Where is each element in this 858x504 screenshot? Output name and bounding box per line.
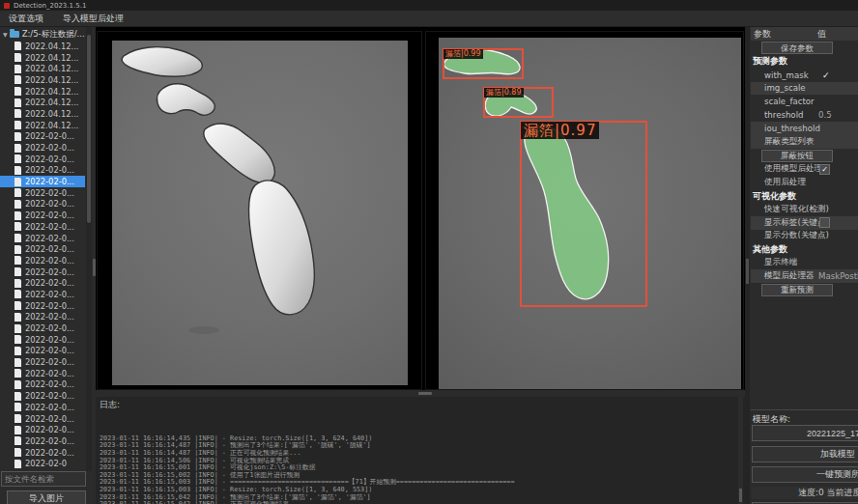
param-row[interactable]: 显示标签(关键点) xyxy=(751,216,858,230)
tree-item[interactable]: 2022.04.12... xyxy=(0,63,85,74)
menu-import-post[interactable]: 导入模型后处理 xyxy=(63,13,124,25)
param-label: img_scale xyxy=(764,83,806,93)
tree-item[interactable]: 2022-02-0... xyxy=(0,424,85,435)
tree-item-label: 2022-02-0... xyxy=(25,369,74,378)
tree-item[interactable]: 2022-02-0... xyxy=(0,210,85,221)
source-image-viewport[interactable] xyxy=(97,31,422,390)
tree-item[interactable]: 2022-02-0... xyxy=(0,131,85,143)
file-icon xyxy=(14,324,21,333)
load-model-button[interactable]: 加载模型 xyxy=(752,446,858,462)
tree-item-label: 2022-02-0... xyxy=(25,379,74,389)
tree-item[interactable]: 2022-02-0... xyxy=(0,255,85,266)
tree-item[interactable]: 2022.04.12... xyxy=(0,97,85,108)
tree-item[interactable]: 2022-02-0... xyxy=(0,266,85,278)
param-row[interactable]: 快速可视化(检测) xyxy=(751,203,858,216)
tree-item-label: 2022.04.12... xyxy=(25,98,78,107)
file-icon xyxy=(14,121,21,129)
tree-item-label: 2022-02-0... xyxy=(25,391,74,401)
param-row[interactable]: 屏蔽类型列表 xyxy=(751,135,858,149)
file-icon xyxy=(14,200,21,209)
tree-item[interactable]: 2022-02-0... xyxy=(0,243,85,255)
tree-item[interactable]: 2022-02-0... xyxy=(0,346,85,357)
tree-item[interactable]: 2022.04.12... xyxy=(0,86,85,98)
tree-item[interactable]: 2022-02-0... xyxy=(0,142,85,154)
params-scrollbar[interactable] xyxy=(745,27,750,504)
tree-item[interactable]: 2022-02-0... xyxy=(0,402,85,413)
import-images-button[interactable]: 导入图片 xyxy=(7,490,86,504)
tree-item[interactable]: 2022-02-0... xyxy=(0,300,85,312)
log-scrollbar-handle[interactable] xyxy=(739,489,742,502)
param-row[interactable]: 模型后处理器MaskPostPro xyxy=(751,269,858,283)
checkbox[interactable]: ✓ xyxy=(819,164,830,175)
params-button[interactable]: 屏蔽按钮 xyxy=(761,150,833,162)
params-scrollbar-handle[interactable] xyxy=(746,259,749,284)
tree-item[interactable]: 2022-02-0... xyxy=(0,379,85,391)
tree-item[interactable]: 2022-02-0... xyxy=(0,289,85,300)
tree-item-label: 2022.04.12... xyxy=(25,121,78,130)
params-panel: 参数 值 保存参数预测参数with_mask✓img_scalescale_fa… xyxy=(751,27,858,504)
param-row[interactable]: with_mask✓ xyxy=(751,69,858,82)
log-panel[interactable]: 日志: 2023-01-11 16:16:14,435 |INFO| - Res… xyxy=(96,397,745,504)
tree-item[interactable]: 2022.04.12... xyxy=(0,120,85,131)
horizontal-splitter[interactable] xyxy=(96,390,745,397)
param-row[interactable]: scale_factor xyxy=(751,95,858,108)
tree-item[interactable]: 2022.04.12... xyxy=(0,41,85,52)
tree-item[interactable]: 2022-02-0... xyxy=(0,368,85,379)
tree-item[interactable]: 2022-02-0 xyxy=(0,458,85,469)
tree-item-label: 2022-02-0... xyxy=(25,188,74,198)
prediction-image-viewport[interactable]: 漏箔|0.99漏箔|0.89漏箔|0.97 xyxy=(425,31,744,390)
checkbox[interactable] xyxy=(819,217,830,228)
tree-item[interactable]: 2022.04.12... xyxy=(0,74,85,86)
detection-label: 漏箔|0.99 xyxy=(443,49,483,59)
horizontal-splitter-grip[interactable] xyxy=(418,392,432,395)
params-button[interactable]: 保存参数 xyxy=(761,42,833,54)
param-label: with_mask xyxy=(764,70,809,80)
param-row[interactable]: img_scale xyxy=(751,82,858,96)
tree-root[interactable]: ▼ Z:/5-标注数据/... xyxy=(0,28,85,41)
tree-item[interactable]: 2022-02-0... xyxy=(0,356,85,368)
tree-item-label: 2022.04.12... xyxy=(25,64,78,73)
param-label: 模型后处理器 xyxy=(764,270,815,282)
log-lines: 2023-01-11 16:16:14,435 |INFO| - Resize:… xyxy=(96,413,745,504)
tree-item[interactable]: 2022-02-0... xyxy=(0,390,85,402)
menu-settings[interactable]: 设置选项 xyxy=(9,13,43,25)
tree-item[interactable]: 2022-02-0... xyxy=(0,176,85,187)
tree-item[interactable]: 2022.04.12... xyxy=(0,52,85,64)
model-name-field[interactable]: 20221225_174813 xyxy=(752,425,858,441)
tree-item[interactable]: 2022-02-0... xyxy=(0,221,85,233)
tree-item[interactable]: 2022-02-0... xyxy=(0,334,85,346)
folder-icon xyxy=(10,31,19,38)
tree-item[interactable]: 2022-02-0... xyxy=(0,447,85,459)
tree-scrollbar[interactable] xyxy=(86,27,92,471)
tree-item[interactable]: 2022-02-0... xyxy=(0,233,85,244)
log-scrollbar[interactable] xyxy=(738,397,743,504)
tree-item-label: 2022-02-0... xyxy=(25,335,74,345)
tree-item[interactable]: 2022-02-0... xyxy=(0,154,85,165)
params-button-row: 屏蔽按钮 xyxy=(751,149,858,163)
tree-item[interactable]: 2022.04.12... xyxy=(0,108,85,120)
tree-item[interactable]: 2022-02-0... xyxy=(0,165,85,177)
tree-item-label: 2022-02-0... xyxy=(25,290,74,299)
tree-item[interactable]: 2022-02-0... xyxy=(0,199,85,210)
tree-item[interactable]: 2022-02-0... xyxy=(0,413,85,425)
search-input[interactable] xyxy=(1,471,86,487)
tree-item-label: 2022-02-0... xyxy=(25,414,74,424)
predict-all-button[interactable]: 一键预测所有图片 xyxy=(752,466,858,483)
file-icon xyxy=(14,222,21,231)
param-row[interactable]: 显示终端 xyxy=(751,256,858,269)
tree-item[interactable]: 2022-02-0... xyxy=(0,277,85,289)
param-row[interactable]: 显示分数(关键点) xyxy=(751,230,858,243)
tree-scrollbar-handle[interactable] xyxy=(87,35,91,223)
file-icon xyxy=(14,65,21,73)
tree-item[interactable]: 2022-02-0... xyxy=(0,312,85,323)
tree-item[interactable]: 2022-02-0... xyxy=(0,435,85,447)
tree-item[interactable]: 2022-02-0... xyxy=(0,322,85,334)
param-row[interactable]: 使用模型后处理✓ xyxy=(751,163,858,177)
tree-item-label: 2022-02-0... xyxy=(25,177,74,186)
tree-item[interactable]: 2022-02-0... xyxy=(0,187,85,199)
param-label: 快速可视化(检测) xyxy=(764,204,829,215)
param-row[interactable]: threshold0.5 xyxy=(751,108,858,122)
params-button[interactable]: 重新预测 xyxy=(761,284,833,296)
param-row[interactable]: iou_threshold xyxy=(751,122,858,135)
param-row[interactable]: 使用后处理 xyxy=(751,176,858,189)
